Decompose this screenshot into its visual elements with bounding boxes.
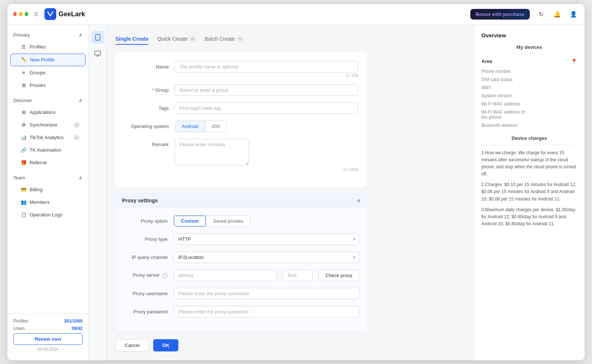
sidebar-item-tk-automation[interactable]: 🔗 TK Automation <box>10 144 85 156</box>
tiktok-analytics-badge: — <box>74 135 80 141</box>
remark-textarea[interactable] <box>175 139 249 165</box>
sidebar-members-label: Members <box>30 199 50 205</box>
proxy-server-label: Proxy server ? <box>123 272 168 278</box>
sidebar-operation-logs-label: Operation Logs <box>30 212 63 218</box>
content-area: Single Create Quick Create — Batch Creat… <box>89 25 585 360</box>
batch-create-badge: — <box>237 36 243 42</box>
device-info-row-bluetooth: Bluetooth address: <box>481 123 577 128</box>
device-info-row-phone: Phone number: <box>481 69 577 74</box>
wifi-mac-label: Wi-Fi MAC address: <box>481 101 529 107</box>
tab-batch-create-label: Batch Create <box>205 36 235 42</box>
refresh-icon[interactable]: ↻ <box>536 9 546 19</box>
area-pin-icon: 📍 <box>571 58 577 64</box>
sidebar-team-label: Team <box>13 175 25 181</box>
os-ios-btn[interactable]: iOS <box>205 121 227 132</box>
name-input[interactable] <box>175 61 358 73</box>
area-row: Area 📍 <box>481 58 577 64</box>
device-info-row-imei: IMEI: <box>481 85 577 90</box>
new-profile-icon: ✏️ <box>21 57 27 63</box>
proxy-settings-collapse-icon[interactable]: ∧ <box>357 198 360 203</box>
icon-nav-desktop[interactable] <box>91 47 104 60</box>
sidebar-primary-header[interactable]: Primary ∧ <box>7 29 88 41</box>
ip-query-select-wrap: IP2Location IP-API ipinfo.io ▾ <box>174 252 359 263</box>
proxy-server-row: Proxy server ? : Check proxy <box>123 270 359 281</box>
form-row-name: Name 0 / 100 <box>124 61 358 78</box>
sidebar: Primary ∧ ☰ Profiles ✏️ New Profile ≡ Gr… <box>7 25 89 360</box>
sidebar-new-profile-label: New Profile <box>30 57 54 63</box>
os-android-btn[interactable]: Android <box>175 121 205 132</box>
wifi-mac-phone-label: Wi-Fi MAC address of the phone: <box>481 109 529 120</box>
proxy-username-input[interactable] <box>174 288 359 299</box>
sidebar-item-referral[interactable]: 🎁 Referral <box>10 157 85 169</box>
remark-input-wrap: 0 / 1500 <box>175 139 358 172</box>
sidebar-item-proxies[interactable]: ⊞ Proxies <box>10 80 85 91</box>
os-toggle: Android iOS <box>175 121 227 132</box>
user-icon[interactable]: 👤 <box>568 9 579 19</box>
proxy-password-input[interactable] <box>174 306 359 317</box>
tab-single-create[interactable]: Single Create <box>115 34 148 45</box>
proxy-password-row: Proxy password <box>123 306 359 317</box>
device-info-row-system: System version: <box>481 93 577 98</box>
charge-text-1: 1.How we charge: We charge for every 15 … <box>481 149 577 178</box>
device-info-row-sim: SIM card status: <box>481 77 577 82</box>
sidebar-item-applications[interactable]: ⊞ Applications <box>10 107 85 118</box>
form-card: Name 0 / 100 * Group <box>115 52 367 187</box>
sidebar-users-stat: Users 39/42 <box>13 326 83 331</box>
proxy-option-row: Proxy option Custom Saved proxies <box>123 215 359 227</box>
remark-label: Remark <box>124 139 169 147</box>
system-version-label: System version: <box>481 93 529 98</box>
sidebar-toggle-icon[interactable]: ☰ <box>31 9 41 19</box>
proxy-type-select[interactable]: HTTP HTTPS SOCKS5 <box>174 233 359 245</box>
ok-button[interactable]: OK <box>153 339 178 351</box>
tab-quick-create[interactable]: Quick Create — <box>157 34 196 45</box>
sidebar-tk-automation-label: TK Automation <box>30 147 61 153</box>
synchronizer-badge: — <box>74 122 80 128</box>
sidebar-item-new-profile[interactable]: ✏️ New Profile <box>10 54 85 66</box>
sidebar-item-billing[interactable]: 💳 Billing <box>10 184 85 196</box>
sidebar-item-synchronizer[interactable]: ⚙ Synchronizer — <box>10 119 85 131</box>
tab-batch-create[interactable]: Batch Create — <box>205 34 243 45</box>
proxy-option-custom-btn[interactable]: Custom <box>174 216 206 226</box>
sim-status-label: SIM card status: <box>481 77 529 82</box>
form-row-remark: Remark 0 / 1500 <box>124 139 358 172</box>
os-label: Operating system <box>124 121 169 129</box>
sidebar-discover-collapse-icon: ∧ <box>79 98 83 103</box>
sidebar-item-tiktok-analytics[interactable]: 📊 TikTok Analytics — <box>10 132 85 144</box>
sidebar-team-header[interactable]: Team ∧ <box>7 172 88 183</box>
sidebar-discover-header[interactable]: Discover ∧ <box>7 95 88 106</box>
tags-input[interactable] <box>175 102 358 114</box>
remark-char-count: 0 / 1500 <box>175 167 358 172</box>
sidebar-profiles-label: Profiles <box>30 44 46 50</box>
main-layout: Primary ∧ ☰ Profiles ✏️ New Profile ≡ Gr… <box>7 25 585 360</box>
icon-nav-mobile[interactable] <box>91 31 104 44</box>
proxy-option-label: Proxy option <box>123 215 168 224</box>
sidebar-team-collapse-icon: ∧ <box>79 175 83 181</box>
device-charges-label: Device charges <box>481 135 577 145</box>
sidebar-item-operation-logs[interactable]: 📋 Operation Logs <box>10 209 85 221</box>
bell-icon[interactable]: 🔔 <box>552 9 562 19</box>
sidebar-item-profiles[interactable]: ☰ Profiles <box>10 41 85 53</box>
bonus-badge[interactable]: Bonus with purchase <box>470 9 530 20</box>
proxy-port-input[interactable] <box>283 270 313 281</box>
proxy-server-help-icon[interactable]: ? <box>162 273 168 278</box>
sidebar-item-groups[interactable]: ≡ Groups <box>10 67 85 79</box>
sidebar-groups-label: Groups <box>30 70 46 75</box>
form-row-group: * Group <box>124 84 358 96</box>
ip-query-select[interactable]: IP2Location IP-API ipinfo.io <box>174 252 359 263</box>
group-input[interactable] <box>175 84 358 96</box>
cancel-button[interactable]: Cancel <box>115 339 149 351</box>
proxy-username-label: Proxy username <box>123 288 168 296</box>
proxy-option-saved-btn[interactable]: Saved proxies <box>206 216 250 226</box>
proxy-type-label: Proxy type <box>123 233 168 242</box>
sidebar-proxies-label: Proxies <box>30 82 46 88</box>
groups-icon: ≡ <box>21 70 27 76</box>
proxy-ip-input[interactable] <box>174 270 277 281</box>
check-proxy-button[interactable]: Check proxy <box>319 270 359 281</box>
renew-button[interactable]: Renew now <box>13 333 83 345</box>
sidebar-primary-label: Primary <box>13 32 30 38</box>
proxy-settings-body: Proxy option Custom Saved proxies Proxy … <box>115 208 367 332</box>
phone-number-label: Phone number: <box>481 69 529 74</box>
sidebar-item-members[interactable]: 👥 Members <box>10 196 85 208</box>
area-label: Area <box>481 58 492 64</box>
group-label: * Group <box>124 84 169 93</box>
